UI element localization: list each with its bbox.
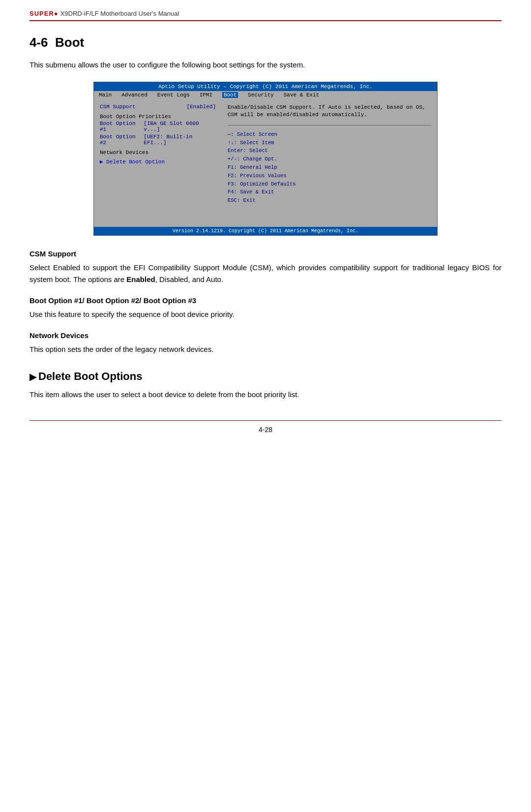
network-devices-label: Network Devices [100,150,216,156]
manual-title: X9DRD-iF/LF Motherboard User's Manual [60,10,179,17]
key-f4-save: F4: Save & Exit [228,188,431,196]
menu-ipmi: IPMI [200,92,212,98]
network-devices-section: Network Devices [100,150,216,156]
bios-row-boot1: Boot Option #1 [IBA GE Slot 0600 v...] [100,121,216,132]
key-f1-help: F1: General Help [228,163,431,172]
key-f3-defaults: F3: Optimized Defaults [228,180,431,188]
network-devices-body: This option sets the order of the legacy… [30,344,502,355]
bios-left-panel: CSM Support [Enabled] Boot Option Priori… [94,99,222,227]
delete-boot-option-item: Delete Boot Option [100,158,216,165]
page-footer: 4-28 [30,420,502,434]
boot-priorities-label: Boot Option Priorities [100,114,216,120]
menu-boot: Boot [222,92,238,98]
menu-security: Security [248,92,274,98]
bios-screenshot: Aptio Setup Utility – Copyright (C) 2011… [93,82,438,236]
boot-priorities-section: Boot Option Priorities Boot Option #1 [I… [100,114,216,146]
boot1-label: Boot Option #1 [100,121,144,132]
delete-boot-body: This item allows the user to select a bo… [30,389,502,401]
menu-save-exit: Save & Exit [284,92,320,98]
menu-main: Main [99,92,112,98]
delete-boot-heading: Delete Boot Options [30,370,502,383]
bios-divider [228,125,431,125]
key-select-item: ↑↓: Select Item [228,139,431,147]
subsection-network-devices: Network Devices This option sets the ord… [30,331,502,355]
bios-row-csm: CSM Support [Enabled] [100,104,216,110]
intro-paragraph: This submenu allows the user to configur… [30,59,502,71]
bios-right-panel: Enable/Disable CSM Support. If Auto is s… [222,99,437,227]
csm-label: CSM Support [100,104,136,110]
page-header: SUPER● X9DRD-iF/LF Motherboard User's Ma… [30,10,502,21]
section-heading: 4-6 Boot [30,35,502,50]
bios-content-area: CSM Support [Enabled] Boot Option Priori… [94,99,437,227]
key-select-screen: ↔: Select Screen [228,130,431,139]
bios-row-boot2: Boot Option #2 [UEFI: Built-in EFI...] [100,134,216,146]
boot2-value: [UEFI: Built-in EFI...] [144,134,216,146]
page-number: 4-28 [259,426,272,434]
bios-menu-bar: Main Advanced Event Logs IPMI Boot Secur… [94,91,437,99]
subsection-csm: CSM Support Select Enabled to support th… [30,250,502,285]
boot1-value: [IBA GE Slot 0600 v...] [144,121,216,132]
boot-options-title: Boot Option #1/ Boot Option #2/ Boot Opt… [30,296,502,305]
csm-value: [Enabled] [187,104,216,110]
csm-body: Select Enabled to support the EFI Compat… [30,262,502,285]
menu-advanced: Advanced [121,92,148,98]
bios-title-bar: Aptio Setup Utility – Copyright (C) 2011… [94,82,437,91]
key-change-opt: +/-: Change Opt. [228,155,431,163]
key-enter-select: Enter: Select [228,147,431,155]
boot-options-body: Use this feature to specify the sequence… [30,309,502,320]
delete-boot-section: Delete Boot Options This item allows the… [30,370,502,401]
network-devices-title: Network Devices [30,331,502,340]
menu-eventlogs: Event Logs [157,92,190,98]
bios-key-help: ↔: Select Screen ↑↓: Select Item Enter: … [228,130,431,205]
key-esc-exit: ESC: Exit [228,196,431,205]
key-f2-prev: F2: Previous Values [228,172,431,180]
boot2-label: Boot Option #2 [100,134,144,146]
subsection-boot-options: Boot Option #1/ Boot Option #2/ Boot Opt… [30,296,502,320]
bios-footer: Version 2.14.1219. Copyright (C) 2011 Am… [94,227,437,235]
bios-description: Enable/Disable CSM Support. If Auto is s… [228,104,431,119]
csm-title: CSM Support [30,250,502,258]
brand-name: SUPER● [30,10,59,17]
